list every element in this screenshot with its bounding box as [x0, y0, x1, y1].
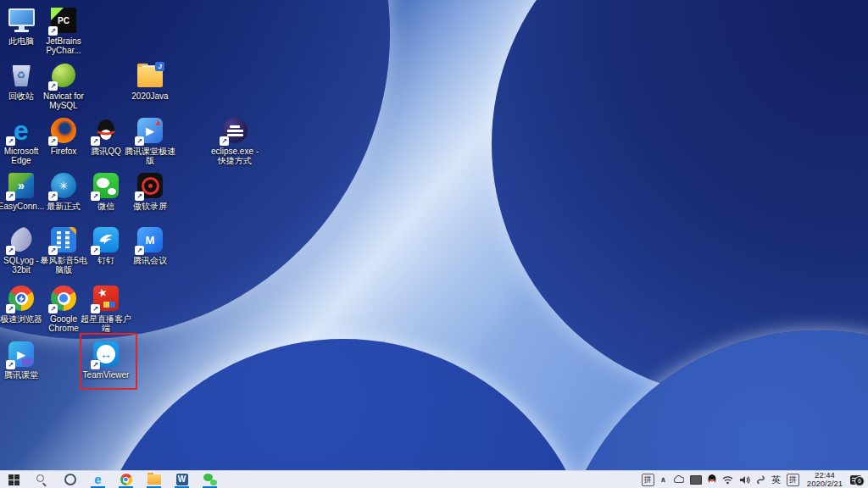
clock-date: 2020/2/21	[805, 480, 844, 488]
shortcut-arrow-icon: ↗	[6, 246, 15, 255]
taskbar-apps: eW	[84, 471, 224, 488]
desktop-icon-chaoxing-live-client[interactable]: ★↗超星直播客户端	[81, 285, 131, 333]
desktop-icon-eclipse-shortcut[interactable]: ↗eclipse.exe - 快捷方式	[209, 117, 260, 165]
hidden-icons-chevron-icon[interactable]: ∧	[660, 475, 666, 484]
link-icon[interactable]	[756, 475, 765, 485]
display-icon[interactable]	[690, 475, 702, 485]
taskbar-file-explorer-button[interactable]	[140, 471, 168, 488]
desktop-icon-label: 2020Java	[125, 92, 175, 101]
this-pc-icon	[8, 7, 35, 34]
jetbrains-pycharm-icon: PC↗	[50, 7, 77, 34]
desktop-icon-tencent-qq[interactable]: ↗腾讯QQ	[81, 117, 131, 156]
ime-pinyin-indicator-2[interactable]: 拼	[787, 474, 799, 486]
windows-logo-icon	[8, 474, 19, 485]
desktop-icon-label: 腾讯课堂	[0, 370, 47, 380]
wechat-icon: ↗	[92, 172, 120, 199]
tencent-classroom-icon: ▶↗	[8, 341, 35, 368]
desktop-icon-apowerrec[interactable]: ↗傲软录屏	[125, 172, 175, 211]
desktop-icon-navicat-for-mysql[interactable]: ↗Navicat for MySQL	[38, 62, 89, 110]
dingtalk-icon: ↗	[92, 226, 120, 253]
folder-icon	[147, 474, 161, 485]
ime-language-indicator[interactable]: 英	[771, 474, 781, 486]
shortcut-arrow-icon: ↗	[91, 191, 100, 201]
microsoft-edge-icon: e↗	[8, 117, 35, 144]
eclipse-shortcut-icon: ↗	[221, 117, 248, 144]
desktop-icon-label: eclipse.exe - 快捷方式	[209, 147, 260, 165]
shortcut-arrow-icon: ↗	[6, 304, 15, 313]
baofeng-player-icon: ↗	[50, 226, 77, 253]
taskbar-wechat-button[interactable]	[196, 471, 224, 488]
desktop-icon-tencent-classroom-speed[interactable]: ▶↗腾讯课堂极速版	[125, 117, 175, 165]
taskbar-clock[interactable]: 22:44 2020/2/21	[805, 471, 844, 488]
recycle-bin-icon: ♻	[8, 62, 35, 89]
shortcut-arrow-icon: ↗	[48, 191, 58, 201]
chaoxing-live-client-icon: ★↗	[92, 285, 120, 312]
shortcut-arrow-icon: ↗	[220, 136, 229, 146]
taskbar-word-button[interactable]: W	[168, 471, 196, 488]
desktop-icon-label: JetBrains PyChar...	[38, 36, 89, 55]
wechat-icon	[203, 474, 217, 485]
shortcut-arrow-icon: ↗	[48, 136, 58, 146]
desktop-icon-label: Navicat for MySQL	[38, 92, 89, 110]
taskbar-chrome-button[interactable]	[112, 471, 140, 488]
zuixin-zhengshi-icon: ✳↗	[50, 172, 77, 199]
shortcut-arrow-icon: ↗	[48, 246, 58, 255]
tencent-qq-icon: ↗	[92, 117, 120, 144]
2020java-folder-icon: J	[136, 62, 164, 89]
desktop-icon-jetbrains-pycharm[interactable]: PC↗JetBrains PyChar...	[38, 7, 89, 55]
cloud-icon[interactable]	[672, 475, 684, 484]
google-chrome-icon: ↗	[50, 285, 77, 312]
shortcut-arrow-icon: ↗	[48, 304, 58, 313]
ime-pinyin-indicator[interactable]: 拼	[642, 474, 654, 486]
taskbar: eW 拼 ∧ 英 拼 22:44 2020/2/21 6	[0, 470, 868, 488]
shortcut-arrow-icon: ↗	[6, 191, 15, 201]
apowerrec-icon: ↗	[136, 172, 164, 199]
shortcut-arrow-icon: ↗	[91, 304, 100, 313]
easyconnect-icon: »↗	[8, 172, 35, 199]
desktop-icon-label: 微信	[81, 202, 131, 211]
desktop-icon-tencent-classroom[interactable]: ▶↗腾讯课堂	[0, 341, 47, 380]
shortcut-arrow-icon: ↗	[6, 360, 15, 369]
edge-icon: e	[94, 474, 101, 485]
chrome-icon	[120, 474, 132, 485]
word-icon: W	[176, 474, 188, 485]
shortcut-arrow-icon: ↗	[135, 246, 144, 255]
desktop-icon-label: 腾讯课堂极速版	[125, 147, 175, 165]
network-icon[interactable]	[722, 475, 733, 485]
shortcut-arrow-icon: ↗	[135, 191, 144, 201]
highlight-box	[80, 333, 137, 390]
volume-icon[interactable]	[739, 475, 750, 485]
shortcut-arrow-icon: ↗	[48, 81, 58, 91]
tencent-classroom-speed-icon: ▶↗	[136, 117, 164, 144]
desktop-icon-2020java-folder[interactable]: J2020Java	[125, 62, 175, 101]
speed-browser-icon: ↗	[8, 285, 35, 312]
action-center-button[interactable]: 6	[850, 475, 861, 485]
tencent-meeting-icon: M↗	[136, 226, 164, 253]
shortcut-arrow-icon: ↗	[91, 136, 100, 146]
search-icon	[36, 474, 47, 485]
shortcut-arrow-icon: ↗	[6, 136, 15, 146]
cortana-icon	[64, 474, 76, 485]
desktop-icon-wechat[interactable]: ↗微信	[81, 172, 131, 211]
desktop-icon-label: 傲软录屏	[125, 202, 175, 211]
shortcut-arrow-icon: ↗	[48, 26, 58, 36]
shortcut-arrow-icon: ↗	[135, 136, 144, 146]
desktop-icon-label: 钉钉	[81, 256, 131, 265]
search-button[interactable]	[28, 471, 56, 488]
desktop-icon-label: 超星直播客户端	[81, 314, 131, 333]
desktop-icon-label: 腾讯QQ	[81, 147, 131, 156]
sqlyog-32bit-icon: ↗	[8, 226, 35, 253]
cortana-button[interactable]	[56, 471, 84, 488]
navicat-for-mysql-icon: ↗	[50, 62, 77, 89]
desktop-icon-label: 腾讯会议	[125, 256, 175, 265]
qq-tray-icon[interactable]	[708, 474, 716, 485]
taskbar-edge-button[interactable]: e	[84, 471, 112, 488]
start-button[interactable]	[0, 471, 28, 488]
desktop-icon-tencent-meeting[interactable]: M↗腾讯会议	[125, 226, 175, 265]
notification-badge: 6	[854, 476, 865, 486]
system-tray: 拼 ∧ 英 拼 22:44 2020/2/21 6	[642, 471, 866, 488]
desktop-icon-dingtalk[interactable]: ↗钉钉	[81, 226, 131, 265]
desktop-icons: 此电脑PC↗JetBrains PyChar...♻回收站↗Navicat fo…	[0, 0, 868, 471]
shortcut-arrow-icon: ↗	[91, 246, 100, 255]
firefox-icon: ↗	[50, 117, 77, 144]
